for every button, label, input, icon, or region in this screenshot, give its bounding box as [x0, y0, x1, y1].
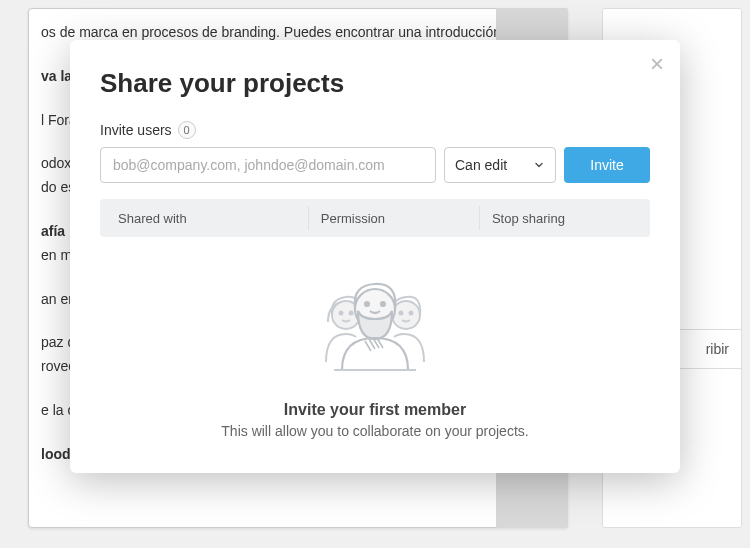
- column-stop-sharing: Stop sharing: [480, 211, 650, 226]
- invite-count-badge: 0: [178, 121, 196, 139]
- invite-users-label: Invite users 0: [100, 121, 650, 139]
- people-illustration-icon: [310, 267, 440, 387]
- modal-title: Share your projects: [100, 68, 650, 99]
- share-table-header: Shared with Permission Stop sharing: [100, 199, 650, 237]
- empty-state-title: Invite your first member: [284, 401, 466, 419]
- invite-button[interactable]: Invite: [564, 147, 650, 183]
- svg-point-7: [365, 302, 369, 306]
- close-icon: ×: [650, 50, 664, 77]
- invite-email-input[interactable]: [100, 147, 436, 183]
- column-shared-with: Shared with: [100, 211, 308, 226]
- svg-point-5: [410, 312, 413, 315]
- column-permission: Permission: [309, 211, 479, 226]
- permission-selected-label: Can edit: [455, 157, 507, 173]
- permission-select[interactable]: Can edit: [444, 147, 556, 183]
- svg-point-2: [350, 312, 353, 315]
- svg-point-1: [340, 312, 343, 315]
- modal-overlay: × Share your projects Invite users 0 Can…: [0, 0, 750, 548]
- close-button[interactable]: ×: [650, 52, 664, 76]
- invite-button-label: Invite: [590, 157, 623, 173]
- empty-state-subtitle: This will allow you to collaborate on yo…: [221, 423, 528, 439]
- chevron-down-icon: [533, 159, 545, 171]
- svg-point-8: [381, 302, 385, 306]
- svg-point-4: [400, 312, 403, 315]
- share-modal: × Share your projects Invite users 0 Can…: [70, 40, 680, 473]
- empty-state: Invite your first member This will allow…: [100, 267, 650, 439]
- invite-label-text: Invite users: [100, 122, 172, 138]
